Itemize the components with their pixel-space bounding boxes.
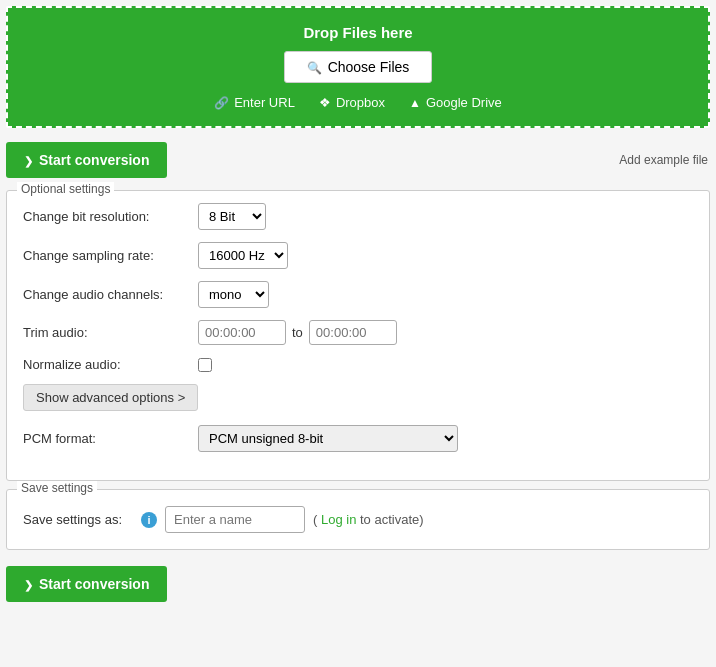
login-link[interactable]: Log in [321,512,356,527]
sampling-rate-label: Change sampling rate: [23,248,198,263]
pcm-format-select[interactable]: PCM unsigned 8-bit PCM signed 16-bit PCM… [198,425,458,452]
start-conversion-label-top: Start conversion [39,152,149,168]
chevron-icon-top [24,152,33,168]
sampling-rate-select[interactable]: 16000 Hz 22050 Hz 44100 Hz 48000 Hz [198,242,288,269]
trim-to-separator: to [292,325,303,340]
trim-controls: to [198,320,397,345]
choose-files-label: Choose Files [328,59,410,75]
audio-channels-select[interactable]: mono stereo [198,281,269,308]
trim-audio-row: Trim audio: to [23,320,693,345]
bit-resolution-select[interactable]: 8 Bit 16 Bit 24 Bit 32 Bit [198,203,266,230]
login-suffix: to activate) [360,512,424,527]
optional-settings-box: Optional settings Change bit resolution:… [6,190,710,481]
audio-channels-row: Change audio channels: mono stereo [23,281,693,308]
normalize-audio-row: Normalize audio: [23,357,693,372]
show-advanced-button[interactable]: Show advanced options > [23,384,198,411]
sampling-rate-row: Change sampling rate: 16000 Hz 22050 Hz … [23,242,693,269]
bit-resolution-row: Change bit resolution: 8 Bit 16 Bit 24 B… [23,203,693,230]
save-settings-legend: Save settings [17,481,97,495]
info-icon[interactable]: i [141,512,157,528]
dropbox-label: Dropbox [336,95,385,110]
search-icon [307,59,322,75]
save-settings-box: Save settings Save settings as: i ( Log … [6,489,710,550]
dropbox-icon [319,95,331,110]
start-conversion-button-bottom[interactable]: Start conversion [6,566,167,602]
google-drive-link[interactable]: Google Drive [409,95,502,110]
start-conversion-button-top[interactable]: Start conversion [6,142,167,178]
normalize-audio-label: Normalize audio: [23,357,198,372]
top-bar: Start conversion Add example file [0,134,716,186]
google-drive-label: Google Drive [426,95,502,110]
save-name-input[interactable] [165,506,305,533]
audio-channels-label: Change audio channels: [23,287,198,302]
google-drive-icon [409,95,421,110]
enter-url-label: Enter URL [234,95,295,110]
drop-zone: Drop Files here Choose Files Enter URL D… [6,6,710,128]
drop-zone-title: Drop Files here [24,24,692,41]
dropbox-link[interactable]: Dropbox [319,95,385,110]
show-advanced-label: Show advanced options > [36,390,185,405]
choose-files-button[interactable]: Choose Files [284,51,433,83]
chevron-icon-bottom [24,576,33,592]
normalize-audio-checkbox[interactable] [198,358,212,372]
optional-settings-legend: Optional settings [17,182,114,196]
trim-audio-label: Trim audio: [23,325,198,340]
enter-url-link[interactable]: Enter URL [214,95,295,110]
trim-from-input[interactable] [198,320,286,345]
pcm-format-row: PCM format: PCM unsigned 8-bit PCM signe… [23,425,693,452]
drop-links: Enter URL Dropbox Google Drive [24,95,692,110]
show-advanced-wrapper: Show advanced options > [23,384,693,425]
bit-resolution-label: Change bit resolution: [23,209,198,224]
trim-to-input[interactable] [309,320,397,345]
save-settings-row: Save settings as: i ( Log in to activate… [23,506,693,533]
save-as-label: Save settings as: [23,512,133,527]
start-conversion-label-bottom: Start conversion [39,576,149,592]
link-icon [214,95,229,110]
bottom-bar: Start conversion [0,558,716,610]
add-example-file-link[interactable]: Add example file [619,153,708,167]
login-hint-text: ( Log in to activate) [313,512,424,527]
pcm-format-label: PCM format: [23,431,198,446]
